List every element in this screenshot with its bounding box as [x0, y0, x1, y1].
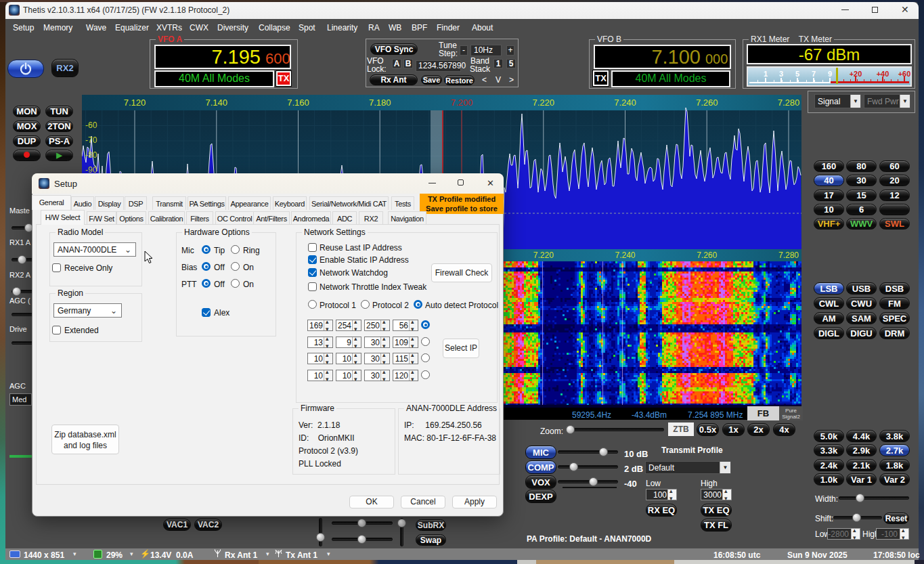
svg-text:-80: -80 — [85, 150, 97, 160]
svg-text:7.220: 7.220 — [533, 97, 555, 108]
svg-text:-60: -60 — [85, 121, 97, 130]
svg-text:7.240: 7.240 — [615, 251, 635, 260]
svg-text:3: 3 — [779, 70, 783, 78]
svg-text:7.280: 7.280 — [778, 251, 799, 260]
svg-text:9: 9 — [828, 70, 832, 78]
svg-text:7.220: 7.220 — [533, 251, 554, 260]
svg-text:7.240: 7.240 — [614, 97, 636, 108]
svg-text:7: 7 — [812, 70, 816, 78]
svg-text:7.180: 7.180 — [369, 97, 391, 108]
svg-text:5: 5 — [795, 70, 799, 78]
svg-text:-70: -70 — [85, 135, 97, 145]
svg-text:7.200: 7.200 — [451, 97, 473, 108]
svg-text:1: 1 — [764, 70, 768, 78]
svg-text:7.140: 7.140 — [206, 97, 228, 108]
svg-text:7.260: 7.260 — [696, 97, 718, 108]
svg-text:7.160: 7.160 — [287, 97, 309, 108]
svg-text:7.120: 7.120 — [124, 97, 146, 108]
svg-text:7.280: 7.280 — [778, 97, 800, 108]
svg-text:7.260: 7.260 — [697, 251, 717, 260]
